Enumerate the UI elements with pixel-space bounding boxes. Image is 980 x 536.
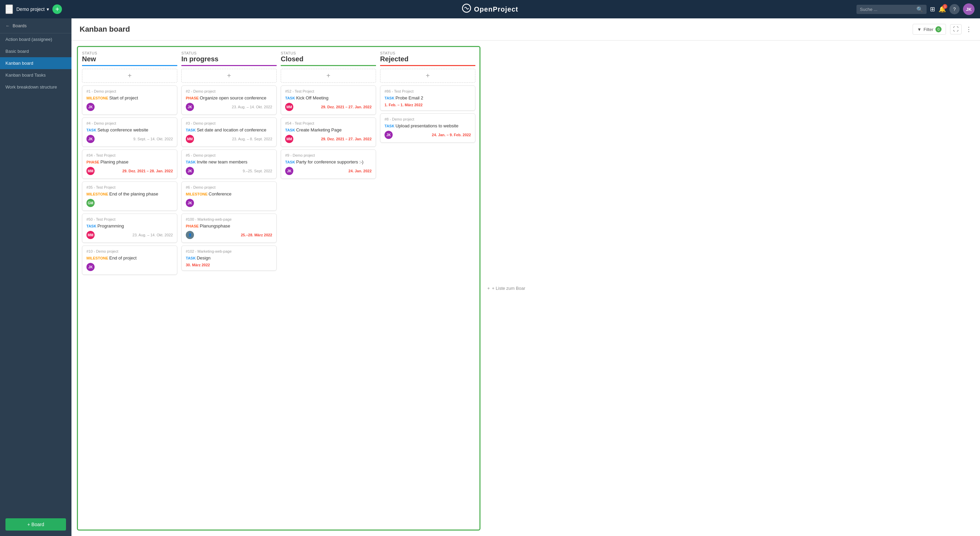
logo-text: OpenProject	[474, 5, 518, 13]
help-button[interactable]: ?	[950, 4, 959, 14]
card-avatar: MM	[86, 231, 95, 239]
kanban-card-rejected-1[interactable]: #8 - Demo project TASK Upload presentati…	[380, 113, 476, 143]
card-meta: #8 - Demo project	[385, 117, 471, 121]
filter-label: Filter	[924, 27, 933, 32]
notification-badge: 1	[943, 4, 947, 9]
card-type: TASK	[86, 128, 97, 132]
card-title: Setup conference website	[97, 128, 148, 132]
column-header-inprogress: Status In progress	[181, 51, 277, 66]
kanban-card-closed-2[interactable]: #9 - Demo project TASK Party for confere…	[281, 150, 376, 179]
card-title: Planing phase	[100, 160, 128, 164]
card-meta: #52 - Test Project	[285, 89, 372, 93]
card-content: MILESTONE End of the planing phase	[86, 191, 173, 197]
card-meta: #100 - Marketing-web-page	[186, 217, 272, 221]
card-title: End of the planing phase	[109, 191, 158, 196]
card-footer: GM	[86, 199, 173, 207]
col-status-label-inprogress: Status	[181, 51, 277, 55]
kanban-column-closed: Status Closed + #52 - Test Project TASK …	[281, 51, 376, 525]
card-footer: JK 9. Sept. – 14. Okt. 2022	[86, 135, 173, 143]
kanban-card-inprogress-3[interactable]: #6 - Demo project MILESTONE Conference J…	[181, 182, 277, 211]
search-input[interactable]	[860, 7, 914, 12]
grid-button[interactable]: ⊞	[930, 5, 935, 13]
col-status-label-closed: Status	[281, 51, 376, 55]
kanban-card-new-0[interactable]: #1 - Demo project MILESTONE Start of pro…	[82, 86, 177, 115]
project-name: Demo project	[16, 6, 45, 12]
card-date: 25.–28. März 2022	[241, 233, 272, 237]
sidebar-item-kanban-board[interactable]: Kanban board	[0, 57, 72, 69]
kanban-card-inprogress-5[interactable]: #102 - Marketing-web-page TASK Design 30…	[181, 246, 277, 271]
add-project-button[interactable]: +	[52, 5, 62, 14]
card-meta: #34 - Test Project	[86, 153, 173, 157]
col-status-name-rejected: Rejected	[380, 55, 476, 63]
card-type: MILESTONE	[186, 192, 208, 196]
kanban-card-inprogress-1[interactable]: #3 - Demo project TASK Set date and loca…	[181, 118, 277, 147]
kanban-card-closed-0[interactable]: #52 - Test Project TASK Kick Off Meeting…	[281, 86, 376, 115]
sidebar-back-button[interactable]: ← Boards	[0, 18, 72, 34]
add-card-button-new[interactable]: +	[82, 69, 177, 83]
card-content: TASK Party for conference supporters :-)	[285, 159, 372, 165]
sidebar-item-action-board[interactable]: Action board (assignee)	[0, 34, 72, 45]
header-actions: ▼ Filter 0 ⛶ ⋮	[913, 24, 972, 35]
col-status-name-closed: Closed	[281, 55, 376, 63]
kanban-card-closed-1[interactable]: #54 - Test Project TASK Create Marketing…	[281, 118, 376, 147]
add-card-button-closed[interactable]: +	[281, 69, 376, 83]
more-options-button[interactable]: ⋮	[966, 26, 972, 33]
hamburger-button[interactable]: ☰	[5, 5, 13, 14]
kanban-card-inprogress-4[interactable]: #100 - Marketing-web-page PHASE Planungs…	[181, 214, 277, 243]
card-content: TASK Design	[186, 255, 272, 261]
sidebar-item-work-breakdown[interactable]: Work breakdown structure	[0, 81, 72, 93]
sidebar-item-basic-board[interactable]: Basic board	[0, 45, 72, 57]
add-board-button[interactable]: + Board	[5, 518, 66, 531]
add-list-icon: +	[487, 286, 490, 291]
add-list-button[interactable]: + + Liste zum Boar	[483, 46, 530, 531]
card-content: TASK Set date and location of conference	[186, 127, 272, 133]
card-meta: #4 - Demo project	[86, 121, 173, 125]
kanban-card-new-4[interactable]: #50 - Test Project TASK Programming MM 2…	[82, 214, 177, 243]
kanban-card-new-3[interactable]: #35 - Test Project MILESTONE End of the …	[82, 182, 177, 211]
add-card-button-rejected[interactable]: +	[380, 69, 476, 83]
card-footer: MM 29. Dez. 2021 – 28. Jan. 2022	[86, 167, 173, 175]
project-selector[interactable]: Demo project ▾	[16, 6, 49, 12]
card-meta: #9 - Demo project	[285, 153, 372, 157]
filter-count-badge: 0	[935, 26, 942, 32]
fullscreen-button[interactable]: ⛶	[950, 24, 962, 34]
kanban-card-new-2[interactable]: #34 - Test Project PHASE Planing phase M…	[82, 150, 177, 179]
card-footer: MM 23. Aug. – 14. Okt. 2022	[86, 231, 173, 239]
filter-icon: ▼	[917, 27, 921, 32]
card-footer: JK	[186, 199, 272, 207]
card-title: End of project	[109, 255, 137, 260]
card-date: 29. Dez. 2021 – 27. Jan. 2022	[321, 105, 372, 109]
add-card-button-inprogress[interactable]: +	[181, 69, 277, 83]
bell-button[interactable]: 🔔 1	[939, 5, 946, 13]
card-type: TASK	[385, 124, 395, 128]
add-list-label: + Liste zum Boar	[492, 286, 525, 291]
card-avatar: JK	[86, 103, 95, 111]
card-avatar: MM	[285, 135, 293, 143]
kanban-card-new-1[interactable]: #4 - Demo project TASK Setup conference …	[82, 118, 177, 147]
page-title: Kanban board	[80, 25, 130, 34]
card-date: 1. Feb. – 1. März 2022	[385, 103, 423, 107]
card-footer: MM 23. Aug. – 8. Sept. 2022	[186, 135, 272, 143]
topnav-center: OpenProject	[462, 3, 518, 15]
card-title: Planungsphase	[200, 223, 231, 228]
user-avatar[interactable]: JK	[963, 3, 975, 15]
col-status-label-new: Status	[82, 51, 177, 55]
kanban-container: Status New + #1 - Demo project MILESTONE…	[72, 40, 980, 536]
column-header-closed: Status Closed	[281, 51, 376, 66]
card-date: 24. Jan. 2022	[348, 169, 372, 173]
card-meta: #6 - Demo project	[186, 185, 272, 189]
card-type: PHASE	[86, 160, 100, 164]
card-type: TASK	[186, 160, 197, 164]
filter-button[interactable]: ▼ Filter 0	[913, 24, 946, 35]
card-title: Programming	[97, 223, 124, 228]
sidebar-item-kanban-tasks[interactable]: Kanban board Tasks	[0, 69, 72, 81]
kanban-card-inprogress-2[interactable]: #5 - Demo project TASK Invite new team m…	[181, 150, 277, 179]
card-type: TASK	[285, 96, 296, 100]
kanban-card-rejected-0[interactable]: #86 - Test Project TASK Probe Email 2 1.…	[380, 86, 476, 111]
card-meta: #102 - Marketing-web-page	[186, 249, 272, 254]
search-box[interactable]: 🔍	[856, 5, 927, 14]
kanban-card-inprogress-0[interactable]: #2 - Demo project PHASE Organize open so…	[181, 86, 277, 115]
kanban-card-new-5[interactable]: #10 - Demo project MILESTONE End of proj…	[82, 246, 177, 275]
card-avatar: MM	[186, 135, 194, 143]
card-avatar: JK	[186, 167, 194, 175]
